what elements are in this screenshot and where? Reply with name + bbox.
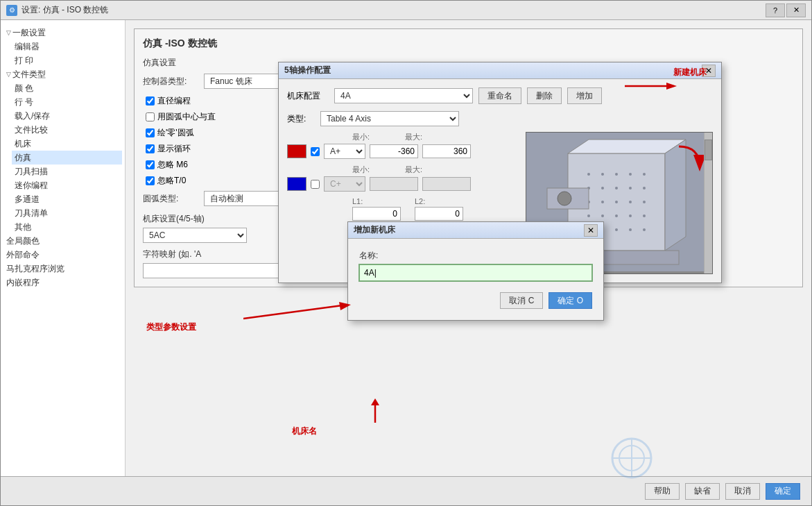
tree-item-other[interactable]: 其他	[12, 220, 122, 234]
help-btn[interactable]: 帮助	[645, 483, 680, 500]
machine-name-input[interactable]	[359, 264, 592, 281]
3d-view-scrollbar[interactable]	[704, 133, 712, 273]
l1l2-row: L1: L2:	[352, 197, 519, 221]
main-content: 仿真 -ISO 数控铣 仿真设置 控制器类型: Fanuc 铣床 刀库 Only…	[126, 20, 811, 476]
svg-point-27	[629, 228, 632, 231]
dialog-5axis-title: 5轴操作配置	[284, 65, 331, 76]
axis2-max-header: 最大:	[405, 165, 453, 175]
annotation-type-params: 类型参数设置	[146, 319, 196, 333]
axis1-min-input[interactable]	[370, 144, 418, 158]
axis2-min-input[interactable]	[370, 177, 418, 191]
l1-label: L1:	[352, 197, 401, 205]
window-body: ▽ 一般设置 编辑器 打 印 ▽ 文件类型 颜 色 行 号 载入/保存 文件比较…	[1, 20, 811, 476]
svg-point-19	[587, 214, 590, 217]
axis2-color-swatch[interactable]	[287, 177, 306, 191]
arc-center-cb[interactable]	[146, 112, 155, 121]
svg-point-10	[601, 187, 604, 189]
axis1-checkbox[interactable]	[311, 147, 320, 156]
straight-programming-cb[interactable]	[146, 96, 155, 106]
controller-type-label: 控制器类型:	[143, 76, 198, 87]
app-icon: ⚙	[6, 5, 17, 16]
tree-item-globalcolor[interactable]: 全局颜色	[3, 234, 122, 248]
max-header-label: 最大:	[405, 132, 453, 142]
ignore-m6-cb[interactable]	[146, 160, 155, 169]
tree-item-editor[interactable]: 编辑器	[12, 40, 122, 53]
axis1-select[interactable]: A+	[324, 144, 365, 159]
axis2-row: C+	[287, 176, 519, 192]
tree-item-toollist[interactable]: 刀具清单	[12, 206, 122, 220]
svg-point-17	[629, 201, 632, 203]
axis-header-row: 最小: 最大:	[352, 132, 519, 142]
tree-item-simulation[interactable]: 仿真	[12, 151, 122, 165]
tree-item-general[interactable]: ▽ 一般设置	[3, 26, 122, 40]
add-machine-btn[interactable]: 增加	[567, 87, 602, 104]
axis2-max-input[interactable]	[422, 177, 471, 191]
main-window: ⚙ 设置: 仿真 - ISO 数控铣 ? ✕ ▽ 一般设置 编辑器 打 印 ▽ …	[0, 0, 812, 506]
show-loop-cb[interactable]	[146, 144, 155, 153]
rename-btn[interactable]: 重命名	[478, 87, 521, 104]
tree-item-toolscan[interactable]: 刀具扫描	[12, 165, 122, 178]
axis1-max-input[interactable]	[422, 144, 471, 158]
tree-item-multichannel[interactable]: 多通道	[12, 192, 122, 206]
tree-item-color[interactable]: 颜 色	[12, 81, 122, 95]
ignore-t0-cb[interactable]	[146, 176, 155, 185]
svg-point-7	[629, 173, 632, 176]
annotation-machine-name: 机床名	[292, 423, 317, 437]
default-btn[interactable]: 缺省	[685, 483, 720, 500]
svg-point-11	[615, 187, 618, 189]
axis1-color-swatch[interactable]	[287, 144, 306, 158]
help-title-btn[interactable]: ?	[766, 3, 785, 17]
add-machine-cancel-btn[interactable]: 取消 C	[500, 292, 543, 309]
svg-point-8	[643, 173, 646, 176]
type-select[interactable]: Table 4 Axis	[320, 111, 459, 126]
tree-item-extcmd[interactable]: 外部命令	[3, 248, 122, 262]
svg-marker-38	[371, 398, 379, 405]
svg-point-5	[601, 173, 604, 176]
axis2-header-row: 最小: 最大:	[352, 165, 519, 175]
tree-item-print[interactable]: 打 印	[12, 53, 122, 67]
name-label: 名称:	[359, 250, 592, 262]
tree-item-machine[interactable]: 机床	[12, 137, 122, 151]
min-header-label: 最小:	[352, 132, 401, 142]
dialog-add-machine-title: 增加新机床	[354, 224, 395, 236]
add-machine-body: 名称: 取消 C 确定 O	[348, 239, 603, 320]
ignore-m6-label: 忽略 M6	[157, 159, 188, 171]
draw-zero-cb[interactable]	[146, 128, 155, 137]
dialog-add-machine-titlebar: 增加新机床 ✕	[348, 222, 603, 239]
svg-point-15	[601, 201, 604, 203]
tree-item-mini[interactable]: 迷你编程	[12, 178, 122, 192]
tree-item-filetypes[interactable]: ▽ 文件类型	[3, 67, 122, 81]
ok-bottom-btn[interactable]: 确定	[766, 483, 800, 500]
machine-config-select[interactable]: 4A	[334, 88, 473, 103]
tree-item-loadsave[interactable]: 载入/保存	[12, 109, 122, 123]
svg-line-35	[243, 305, 347, 319]
cancel-bottom-btn[interactable]: 取消	[725, 483, 760, 500]
type-row: 类型: Table 4 Axis	[287, 111, 713, 126]
tree-item-filecompare[interactable]: 文件比较	[12, 123, 122, 137]
close-title-btn[interactable]: ✕	[786, 3, 806, 17]
dialog-5axis-close[interactable]: ✕	[702, 65, 716, 77]
tree-item-mazak[interactable]: 马扎克程序浏览	[3, 262, 122, 276]
arc-type-label: 圆弧类型:	[143, 193, 198, 205]
scrollbar-thumb[interactable]	[705, 140, 712, 160]
axis2-select[interactable]: C+	[324, 176, 365, 192]
window-title: 设置: 仿真 - ISO 数控铣	[21, 4, 108, 16]
title-bar: ⚙ 设置: 仿真 - ISO 数控铣 ? ✕	[1, 1, 811, 20]
l2-input[interactable]	[415, 207, 463, 221]
svg-point-21	[615, 214, 618, 217]
char-mapping-input[interactable]	[143, 263, 282, 278]
delete-btn[interactable]: 删除	[527, 87, 562, 104]
add-machine-ok-btn[interactable]: 确定 O	[548, 292, 592, 309]
l2-label: L2:	[415, 197, 463, 205]
arc-center-label: 用圆弧中心与直	[157, 111, 216, 123]
tree-item-embedded[interactable]: 内嵌程序	[3, 276, 122, 289]
svg-point-28	[643, 228, 646, 231]
dialog-add-machine-close[interactable]: ✕	[584, 224, 598, 237]
arrow-machine-name	[361, 398, 417, 426]
l1-input[interactable]	[352, 207, 401, 221]
axis2-min-header: 最小:	[352, 165, 401, 175]
axis2-checkbox[interactable]	[311, 180, 320, 189]
machine-config-row: 机床配置 4A 重命名 删除 增加	[287, 87, 713, 104]
machine-setting-select[interactable]: 5AC	[143, 228, 247, 243]
tree-item-linenum[interactable]: 行 号	[12, 95, 122, 109]
